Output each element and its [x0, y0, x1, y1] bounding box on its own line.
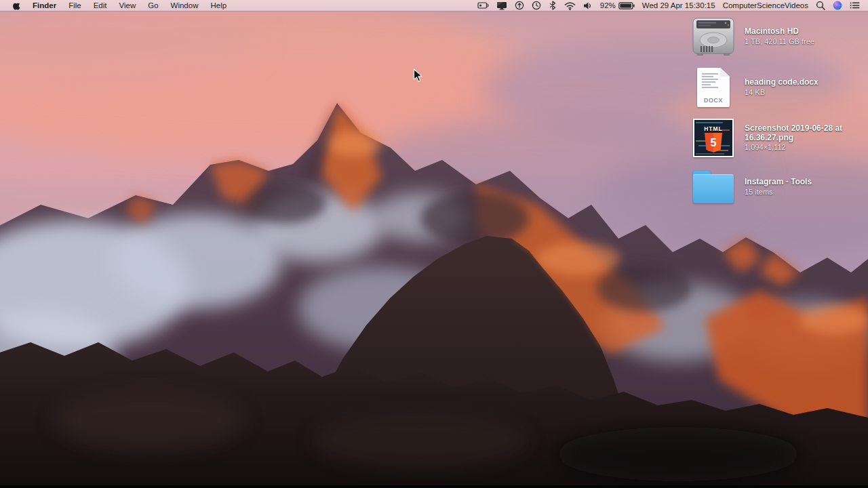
apple-logo-icon [12, 1, 20, 10]
item-details: 15 items [745, 188, 812, 197]
spotlight-search-icon[interactable] [816, 1, 825, 10]
menu-window[interactable]: Window [165, 1, 205, 9]
desktop-item-screenshot-png[interactable]: HTML 5 Screenshot 2019-06-28 at 16.36.27… [689, 119, 863, 157]
menu-edit[interactable]: Edit [87, 1, 113, 9]
docx-badge-label: DOCX [697, 97, 730, 104]
menu-file[interactable]: File [62, 1, 87, 9]
hard-drive-icon [692, 18, 734, 56]
html5-shield-icon: 5 [705, 133, 722, 152]
html5-wordmark: HTML [694, 125, 732, 132]
item-title: Screenshot 2019-06-28 at 16.36.27.png [745, 124, 863, 142]
desktop-item-instagram-tools-folder[interactable]: Instagram - Tools 15 items [689, 171, 863, 203]
clock[interactable]: Wed 29 Apr 15:30:15 [642, 1, 715, 9]
desktop-icon-list: Macintosh HD 1 TB, 420.11 GB free DOCX h… [689, 18, 863, 216]
wifi-icon[interactable] [564, 1, 576, 10]
item-title: heading code.docx [745, 78, 818, 87]
desktop-item-macintosh-hd[interactable]: Macintosh HD 1 TB, 420.11 GB free [689, 18, 863, 56]
item-title: Instagram - Tools [745, 178, 812, 187]
battery-icon[interactable] [618, 2, 635, 9]
bluetooth-icon[interactable] [549, 1, 557, 10]
user-switch-menu[interactable]: ComputerScienceVideos [723, 1, 808, 9]
display-mirroring-icon[interactable] [496, 1, 507, 10]
circle-up-arrow-icon[interactable] [515, 1, 524, 10]
desktop-item-heading-code-docx[interactable]: DOCX heading code.docx 14 KB [689, 68, 863, 107]
menu-bar: Finder File Edit View Go Window Help [0, 0, 868, 12]
menu-help[interactable]: Help [204, 1, 233, 9]
item-details: 1 TB, 420.11 GB free [745, 37, 814, 46]
png-thumbnail-icon: HTML 5 [693, 119, 734, 157]
siri-icon[interactable] [833, 1, 842, 10]
item-details: 1,094×1,112 [745, 143, 863, 152]
docx-document-icon: DOCX [697, 68, 730, 107]
apple-menu[interactable] [8, 1, 26, 10]
menu-finder[interactable]: Finder [26, 1, 62, 9]
time-machine-icon[interactable] [532, 1, 541, 10]
battery-percent: 92% [600, 1, 616, 9]
item-details: 14 KB [745, 88, 818, 97]
menu-view[interactable]: View [113, 1, 142, 9]
volume-icon[interactable] [583, 1, 593, 10]
item-title: Macintosh HD [745, 27, 814, 37]
macos-desktop: Finder File Edit View Go Window Help [0, 0, 868, 488]
html5-five: 5 [711, 138, 717, 148]
screen-record-icon[interactable] [477, 1, 489, 10]
blue-folder-icon [693, 171, 734, 203]
menu-go[interactable]: Go [142, 1, 164, 9]
notification-center-icon[interactable] [850, 1, 860, 9]
mouse-cursor-arrow [413, 68, 423, 83]
